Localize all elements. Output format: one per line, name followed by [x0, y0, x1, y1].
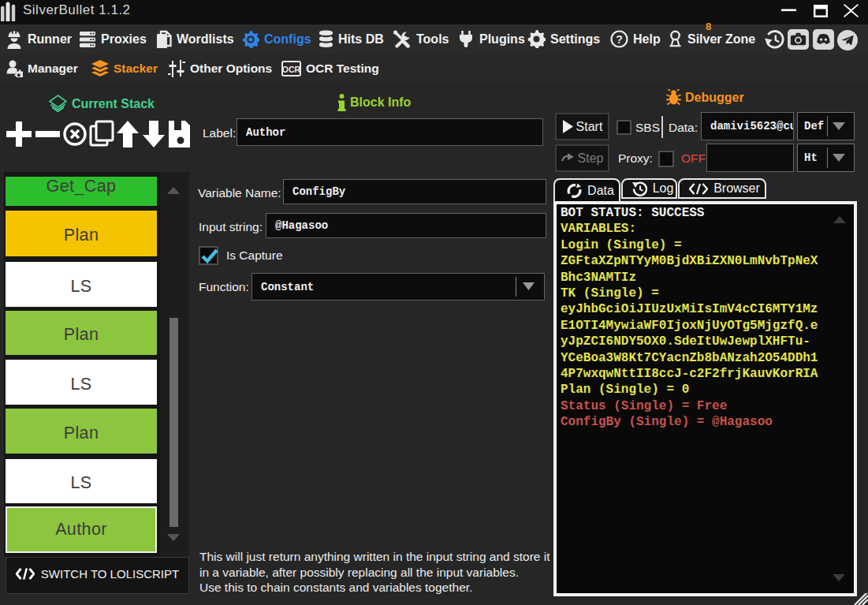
svg-text:OCR: OCR [282, 65, 301, 74]
svg-text:?: ? [616, 33, 623, 46]
